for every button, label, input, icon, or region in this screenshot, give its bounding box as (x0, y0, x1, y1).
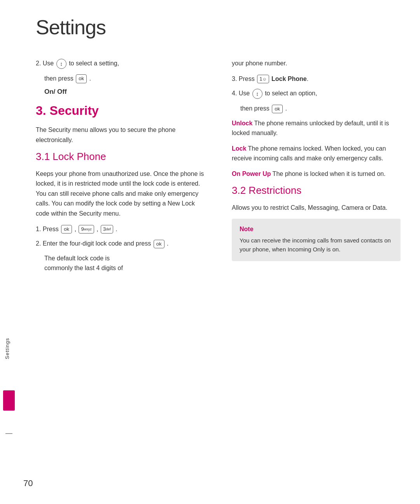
main-content: Settings 2. Use ↕ to select a setting, t… (20, 0, 420, 504)
phone-number-text: your phone number. (232, 58, 401, 68)
sidebar-line (5, 433, 12, 434)
on-off-label: On/ Off (44, 88, 205, 96)
default-line2: commonly the last 4 digits of (44, 265, 123, 271)
sidebar-label: Settings (0, 317, 14, 379)
nav-icon-1: ↕ (56, 59, 66, 69)
sidebar-bar (3, 390, 15, 411)
step3-text: 3. Press 1☺ Lock Phone. (232, 74, 401, 84)
lock-label: Lock (232, 145, 246, 152)
comma-2: , (96, 226, 100, 232)
then-press-2: then press (240, 105, 271, 112)
note-title: Note (240, 226, 393, 233)
step3-bold: Lock Phone. (271, 76, 308, 82)
step2-label: 2. Use (36, 60, 56, 67)
default-line1: The default lock code is (44, 255, 110, 262)
ok-icon-step1: ok (61, 225, 72, 234)
step2-text: 2. Use ↕ to select a setting, (36, 58, 205, 69)
onpowerup-text: On Power Up The phone is locked when it … (232, 169, 401, 179)
nine-icon: 9wxyz (79, 225, 94, 234)
step3-label: 3. Press (232, 76, 256, 82)
unlock-label: Unlock (232, 120, 252, 126)
default-code-text: The default lock code is commonly the la… (36, 253, 205, 273)
period-step2: . (167, 240, 168, 247)
security-desc: The Security menu allows you to secure t… (36, 125, 205, 145)
sub31-heading: 3.1 Lock Phone (36, 151, 205, 163)
restrictions-desc: Allows you to restrict Calls, Messaging,… (232, 203, 401, 213)
period-1: . (89, 75, 91, 82)
right-column: your phone number. 3. Press 1☺ Lock Phon… (228, 58, 401, 488)
section3-heading: 3. Security (36, 104, 205, 118)
step4b-text: then press ok . (232, 104, 401, 114)
sub32-heading: 3.2 Restrictions (232, 184, 401, 197)
three-icon: 3def (101, 225, 113, 234)
sidebar-text: Settings (4, 338, 10, 359)
step4-cont: to select an option, (265, 90, 317, 97)
page-title: Settings (36, 16, 401, 39)
unlock-desc: The phone remains unlocked by default, u… (232, 120, 389, 137)
note-text: You can receive the incoming calls from … (240, 236, 393, 254)
step4-text: 4. Use ↕ to select an option, (232, 88, 401, 99)
note-box: Note You can receive the incoming calls … (232, 219, 401, 261)
sidebar: Settings 70 (0, 0, 20, 504)
page-number: 70 (23, 478, 33, 488)
unlock-text: Unlock The phone remains unlocked by def… (232, 118, 401, 138)
step2-enter-text: 2. Enter the four-digit lock code and pr… (36, 239, 205, 249)
step1-text: 1. Press ok , 9wxyz , 3def . (36, 224, 205, 234)
ok-icon-step2: ok (154, 240, 164, 248)
lock-option-desc: The phone remains locked. When locked, y… (232, 145, 386, 162)
onpowerup-desc: The phone is locked when it is turned on… (273, 170, 386, 177)
step2-cont: to select a setting, (69, 60, 119, 67)
period-step1: . (116, 226, 117, 232)
left-column: 2. Use ↕ to select a setting, then press… (36, 58, 212, 488)
step4-label: 4. Use (232, 90, 252, 97)
lock-phone-icon: 1☺ (257, 75, 269, 83)
period-step4: . (285, 105, 287, 112)
ok-icon-1: ok (76, 74, 87, 83)
lock-desc: Keeps your phone from unauthorized use. … (36, 169, 205, 219)
step1-label: 1. Press (36, 226, 60, 232)
two-col: 2. Use ↕ to select a setting, then press… (36, 58, 401, 488)
step2b-text: then press ok . (36, 74, 205, 84)
lock-text: Lock The phone remains locked. When lock… (232, 144, 401, 163)
comma-1: , (75, 226, 78, 232)
step2-enter-label: 2. Enter the four-digit lock code and pr… (36, 240, 153, 247)
ok-icon-step4: ok (272, 105, 283, 113)
onpowerup-label: On Power Up (232, 170, 271, 177)
then-press-1: then press (44, 75, 75, 82)
page-container: Settings 70 Settings 2. Use ↕ to select … (0, 0, 420, 504)
nav-icon-2: ↕ (252, 89, 262, 99)
